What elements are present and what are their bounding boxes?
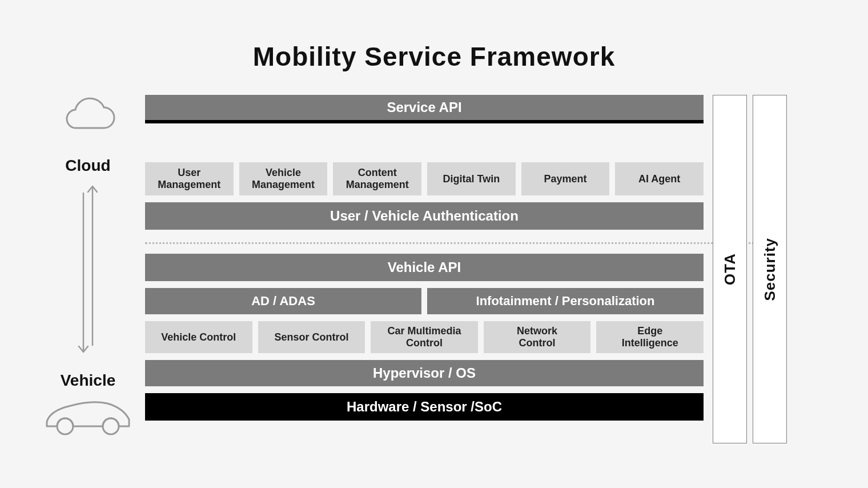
module-network-control: Network Control: [484, 321, 591, 353]
layer-vehicle-api: Vehicle API: [145, 254, 704, 281]
cloud-label: Cloud: [40, 157, 136, 175]
pillar-ota: OTA: [713, 95, 747, 443]
module-car-multimedia-control: Car Multimedia Control: [371, 321, 478, 353]
layer-hypervisor-os: Hypervisor / OS: [145, 360, 704, 386]
vehicle-icon: [43, 397, 132, 438]
diagram-title: Mobility Service Framework: [0, 0, 868, 95]
module-digital-twin: Digital Twin: [427, 162, 516, 195]
svg-point-2: [57, 418, 73, 434]
module-sensor-control: Sensor Control: [258, 321, 365, 353]
module-payment: Payment: [521, 162, 610, 195]
module-content-management: Content Management: [333, 162, 421, 195]
svg-point-3: [103, 418, 119, 434]
pillar-ota-label: OTA: [721, 253, 739, 285]
pillar-security: Security: [753, 95, 787, 443]
cloud-icon: [59, 95, 116, 135]
layer-infotainment-personalization: Infotainment / Personalization: [427, 288, 704, 314]
module-vehicle-management: Vehicle Management: [239, 162, 328, 195]
layer-user-vehicle-authentication: User / Vehicle Authentication: [145, 202, 704, 230]
module-edge-intelligence: Edge Intelligence: [596, 321, 704, 353]
module-ai-agent: AI Agent: [615, 162, 704, 195]
pillar-security-label: Security: [761, 238, 779, 301]
layer-service-api: Service API: [145, 95, 704, 120]
layer-stack: Application Service / Store Service API …: [145, 95, 704, 446]
left-column: Cloud Vehicle: [40, 95, 136, 446]
layer-ad-adas: AD / ADAS: [145, 288, 421, 314]
vehicle-label: Vehicle: [40, 371, 136, 390]
module-user-management: User Management: [145, 162, 234, 195]
diagram-frame: Cloud Vehicle Application Service / Stor…: [40, 95, 828, 446]
module-vehicle-control: Vehicle Control: [145, 321, 252, 353]
cloud-vehicle-divider: [145, 242, 772, 244]
bidirectional-arrow-icon: [75, 182, 101, 357]
layer-hardware-sensor-soc: Hardware / Sensor /SoC: [145, 393, 704, 421]
